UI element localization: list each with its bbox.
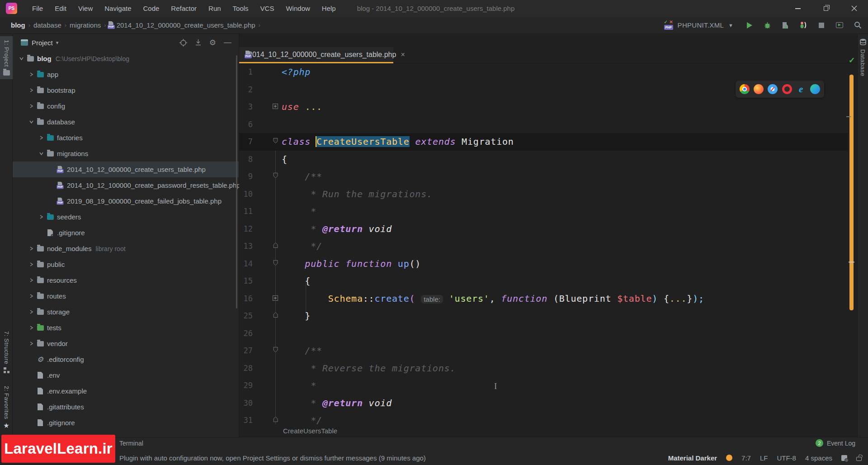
tree-item-gitignore[interactable]: .gitignore bbox=[13, 415, 239, 431]
project-scrollbar[interactable] bbox=[236, 55, 237, 308]
tree-item-database[interactable]: database bbox=[13, 114, 239, 130]
file-encoding[interactable]: UTF-8 bbox=[777, 454, 796, 462]
chevron-collapsed-icon[interactable] bbox=[27, 104, 36, 108]
close-button[interactable] bbox=[840, 0, 868, 17]
editor-breadcrumb-item[interactable]: CreateUsersTable bbox=[283, 427, 337, 435]
unlock-icon[interactable] bbox=[856, 457, 862, 461]
fold-down-icon[interactable] bbox=[273, 346, 278, 355]
tree-item-migrations[interactable]: migrations bbox=[13, 146, 239, 161]
debug-button[interactable] bbox=[761, 19, 773, 31]
chevron-collapsed-icon[interactable] bbox=[27, 326, 36, 330]
project-panel-title[interactable]: Project bbox=[32, 39, 53, 47]
tree-item-env[interactable]: .env bbox=[13, 367, 239, 383]
menu-run[interactable]: Run bbox=[203, 0, 227, 17]
tree-item-node-modules[interactable]: node_moduleslibrary root bbox=[13, 241, 239, 256]
tree-item-gitignore[interactable]: .gitignore bbox=[13, 225, 239, 241]
editor-tab-active[interactable]: PHP 2014_10_12_000000_create_users_table… bbox=[239, 47, 393, 63]
tree-item-public[interactable]: public bbox=[13, 256, 239, 272]
fold-down-icon[interactable] bbox=[273, 260, 278, 268]
theme-color-dot[interactable] bbox=[726, 455, 732, 461]
attach-debugger-button[interactable] bbox=[797, 19, 809, 31]
tool-button-terminal[interactable]: Terminal bbox=[119, 440, 143, 447]
fold-plus-icon[interactable] bbox=[273, 294, 278, 303]
run-button[interactable] bbox=[743, 19, 755, 31]
menu-edit[interactable]: Edit bbox=[49, 0, 72, 17]
tree-item-2019-08-19-000000-create-failed-jobs-table-php[interactable]: PHP2019_08_19_000000_create_failed_jobs_… bbox=[13, 193, 239, 209]
caret-position[interactable]: 7:7 bbox=[741, 454, 751, 462]
event-log-button[interactable]: 2 Event Log bbox=[816, 439, 855, 447]
menu-tools[interactable]: Tools bbox=[227, 0, 255, 17]
indent-setting[interactable]: 4 spaces bbox=[805, 454, 832, 462]
fold-down-icon[interactable] bbox=[273, 138, 278, 146]
fold-down-icon[interactable] bbox=[273, 172, 278, 180]
chevron-collapsed-icon[interactable] bbox=[27, 294, 36, 298]
chevron-collapsed-icon[interactable] bbox=[37, 136, 46, 140]
tab-close-icon[interactable]: × bbox=[401, 51, 405, 59]
chevron-collapsed-icon[interactable] bbox=[27, 247, 36, 251]
breadcrumb-item-blog[interactable]: blog bbox=[11, 21, 25, 29]
chevron-collapsed-icon[interactable] bbox=[27, 88, 36, 92]
fold-plus-icon[interactable] bbox=[273, 103, 278, 111]
chevron-collapsed-icon[interactable] bbox=[27, 310, 36, 314]
tree-item-env-example[interactable]: .env.example bbox=[13, 383, 239, 399]
chevron-collapsed-icon[interactable] bbox=[37, 215, 46, 219]
menu-view[interactable]: View bbox=[72, 0, 99, 17]
fold-up-icon[interactable] bbox=[273, 312, 278, 320]
menu-refactor[interactable]: Refactor bbox=[165, 0, 203, 17]
tree-item-bootstrap[interactable]: bootstrap bbox=[13, 82, 239, 98]
run-anything-button[interactable] bbox=[834, 19, 845, 31]
fold-up-icon[interactable] bbox=[273, 416, 278, 424]
menu-code[interactable]: Code bbox=[137, 0, 165, 17]
tree-item-2014-10-12-100000-create-password-resets-table-php[interactable]: PHP2014_10_12_100000_create_password_res… bbox=[13, 177, 239, 193]
tree-item-config[interactable]: config bbox=[13, 98, 239, 114]
stop-button[interactable] bbox=[816, 19, 827, 31]
breadcrumb-item-migrations[interactable]: migrations bbox=[70, 21, 101, 29]
tree-item-2014-10-12-000000-create-users-table-php[interactable]: PHP2014_10_12_000000_create_users_table.… bbox=[13, 161, 239, 177]
tree-item-routes[interactable]: routes bbox=[13, 288, 239, 304]
breadcrumb-item-database[interactable]: database bbox=[33, 21, 61, 29]
database-stripe-label[interactable]: Database bbox=[859, 49, 866, 76]
hide-panel-icon[interactable]: — bbox=[224, 38, 231, 47]
tool-button-favorites[interactable]: 2: Favorites ★ bbox=[0, 382, 13, 432]
tree-item-resources[interactable]: resources bbox=[13, 272, 239, 288]
chevron-collapsed-icon[interactable] bbox=[27, 72, 36, 76]
tool-button-structure[interactable]: 7: Structure bbox=[0, 327, 13, 377]
run-with-coverage-button[interactable] bbox=[779, 19, 791, 31]
tree-item-tests[interactable]: tests bbox=[13, 320, 239, 336]
restore-button[interactable] bbox=[812, 0, 840, 17]
tree-item-app[interactable]: app bbox=[13, 66, 239, 82]
inspection-ok-icon[interactable]: ✓ bbox=[849, 56, 855, 65]
chevron-expanded-icon[interactable] bbox=[17, 57, 26, 61]
tree-item-factories[interactable]: factories bbox=[13, 130, 239, 146]
theme-name[interactable]: Material Darker bbox=[668, 454, 717, 462]
chevron-expanded-icon[interactable] bbox=[27, 120, 36, 124]
gear-icon[interactable]: ⚙ bbox=[209, 38, 216, 47]
chevron-collapsed-icon[interactable] bbox=[27, 278, 36, 282]
minimize-button[interactable] bbox=[784, 0, 812, 17]
breadcrumb-item-2014-10-12-000000-create-users-table-php[interactable]: 2014_10_12_000000_create_users_table.php bbox=[117, 21, 255, 29]
chevron-collapsed-icon[interactable] bbox=[27, 342, 36, 346]
tree-item-seeders[interactable]: seeders bbox=[13, 209, 239, 225]
status-message[interactable]: Plugin with auto configuration now, open… bbox=[119, 454, 426, 462]
search-everywhere-button[interactable] bbox=[852, 19, 863, 31]
run-configuration-select[interactable]: ✓✕PHP PHPUNIT.XML ▼ bbox=[660, 19, 737, 31]
tree-item-storage[interactable]: storage bbox=[13, 304, 239, 320]
settings-widget-icon[interactable] bbox=[841, 455, 847, 461]
chevron-expanded-icon[interactable] bbox=[37, 152, 46, 156]
chevron-down-icon[interactable]: ▾ bbox=[56, 40, 59, 46]
menu-file[interactable]: File bbox=[26, 0, 49, 17]
menu-vcs[interactable]: VCS bbox=[255, 0, 280, 17]
chevron-collapsed-icon[interactable] bbox=[27, 262, 36, 266]
code-editor[interactable]: 1<?php23use ...67class CreateUsersTable … bbox=[239, 63, 848, 424]
editor-scrollbar-thumb[interactable] bbox=[849, 75, 854, 310]
menu-window[interactable]: Window bbox=[280, 0, 316, 17]
line-separator[interactable]: LF bbox=[760, 454, 768, 462]
tool-button-project[interactable]: 1: Project bbox=[0, 36, 13, 79]
tree-item-editorconfig[interactable]: ⚙.editorconfig bbox=[13, 351, 239, 367]
menu-navigate[interactable]: Navigate bbox=[99, 0, 137, 17]
tree-item-blog[interactable]: blogC:\Users\HP\Desktop\blog bbox=[13, 51, 239, 66]
locate-file-icon[interactable] bbox=[179, 39, 187, 47]
tree-item-vendor[interactable]: vendor bbox=[13, 336, 239, 351]
fold-up-icon[interactable] bbox=[273, 242, 278, 250]
collapse-all-icon[interactable] bbox=[195, 39, 202, 46]
